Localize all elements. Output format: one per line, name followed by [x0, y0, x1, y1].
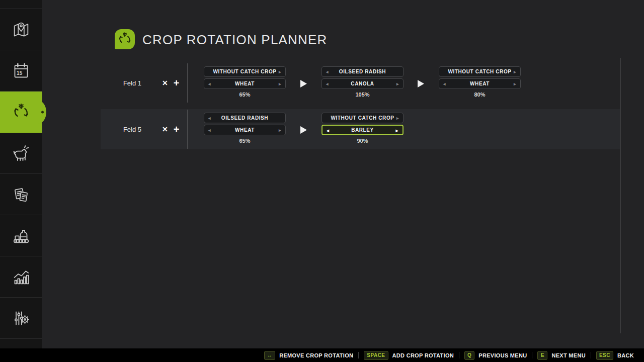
shortcut-back: ESC BACK [596, 351, 634, 360]
catch-crop-value: WITHOUT CATCH CROP [213, 69, 276, 74]
field-row-feld-1: Feld 1 ✕ + ◂ WITHOUT CATCH CROP ▸ ◂ WHEA… [101, 63, 620, 103]
rotation-stage: ◂ OILSEED RADISH ▸ ◂ WHEAT ▸ 65% [204, 109, 286, 149]
crop-value: CANOLA [351, 81, 374, 86]
shortcut-add-crop-rotation: SPACE ADD CROP ROTATION [364, 351, 454, 360]
crop-select-selected[interactable]: ◂ BARLEY ▸ [321, 125, 404, 135]
sidebar-top-spacer [0, 0, 42, 9]
row-divider [187, 110, 188, 149]
rotation-stage: ◂ OILSEED RADISH ▸ ◂ CANOLA ▸ 105% [321, 63, 404, 103]
sidebar: 15 [0, 0, 42, 348]
e-key-badge: E [537, 351, 547, 360]
prev-option-arrow[interactable]: ◂ [326, 81, 329, 86]
shortcut-divider [459, 352, 459, 358]
sidebar-item-statistics[interactable] [0, 256, 42, 298]
crop-select[interactable]: ◂ WHEAT ▸ [439, 78, 521, 89]
sidebar-item-contracts[interactable] [0, 174, 42, 215]
catch-crop-value: OILSEED RADISH [339, 69, 386, 74]
shortcut-remove-crop-rotation: ↔ REMOVE CROP ROTATION [264, 351, 354, 360]
sidebar-item-settings[interactable] [0, 298, 42, 339]
sidebar-bottom-spacer [0, 339, 42, 348]
statistics-icon [11, 267, 31, 287]
rotation-stage: ◂ WITHOUT CATCH CROP ▸ ◂ WHEAT ▸ 80% [439, 63, 521, 103]
sidebar-item-calendar[interactable]: 15 [0, 50, 42, 92]
crop-value: WHEAT [235, 81, 255, 86]
rotation-stage: ◂ WITHOUT CATCH CROP ▸ ◂ WHEAT ▸ 65% [204, 63, 286, 103]
expected-yield-label: 65% [204, 92, 286, 98]
space-key-badge: SPACE [364, 351, 388, 360]
expected-yield-label: 80% [439, 92, 521, 98]
catch-crop-select[interactable]: ◂ WITHOUT CATCH CROP ▸ [204, 66, 286, 77]
active-tab-dot [41, 111, 44, 113]
map-icon [11, 20, 31, 40]
rotation-arrow-icon [300, 126, 307, 134]
expected-yield-label: 90% [321, 138, 404, 144]
next-option-arrow[interactable]: ▸ [395, 127, 398, 133]
remove-field-button[interactable]: ✕ [162, 126, 168, 133]
shortcut-label: PREVIOUS MENU [478, 352, 527, 358]
sidebar-item-map[interactable] [0, 9, 42, 50]
prev-option-arrow[interactable]: ◂ [208, 116, 211, 121]
sidebar-item-production[interactable] [0, 215, 42, 256]
sidebar-item-animals[interactable] [0, 133, 42, 174]
calendar-day-label: 15 [17, 70, 23, 75]
catch-crop-value: OILSEED RADISH [221, 115, 268, 121]
catch-crop-select[interactable]: ◂ OILSEED RADISH ▸ [321, 66, 404, 77]
esc-key-badge: ESC [596, 351, 613, 360]
rotation-stage: ◂ WITHOUT CATCH CROP ▸ ◂ BARLEY ▸ 90% [321, 109, 404, 149]
next-option-arrow[interactable]: ▸ [396, 81, 399, 86]
next-option-arrow[interactable]: ▸ [396, 116, 399, 121]
catch-crop-value: WITHOUT CATCH CROP [448, 69, 511, 74]
crop-value: BARLEY [351, 127, 374, 133]
prev-option-arrow[interactable]: ◂ [208, 128, 211, 133]
shortcut-divider [532, 352, 532, 358]
catch-crop-value: WITHOUT CATCH CROP [331, 115, 394, 121]
field-row-feld-5: Feld 5 ✕ + ◂ OILSEED RADISH ▸ ◂ WHEAT ▸ … [101, 109, 620, 149]
field-name-label: Feld 1 [110, 63, 155, 103]
prev-option-arrow[interactable]: ◂ [326, 69, 329, 74]
shortcut-divider [358, 352, 359, 358]
shortcut-label: BACK [617, 352, 634, 358]
crop-select[interactable]: ◂ CANOLA ▸ [321, 78, 404, 89]
catch-crop-select[interactable]: ◂ WITHOUT CATCH CROP ▸ [321, 113, 404, 123]
shortcut-previous-menu: Q PREVIOUS MENU [464, 351, 527, 360]
crop-value: WHEAT [470, 81, 490, 86]
next-option-arrow[interactable]: ▸ [514, 81, 516, 86]
crop-select[interactable]: ◂ WHEAT ▸ [204, 78, 286, 89]
field-name-label: Feld 5 [110, 109, 155, 149]
next-option-arrow[interactable]: ▸ [279, 128, 281, 133]
prev-option-arrow[interactable]: ◂ [208, 81, 211, 86]
crop-value: WHEAT [235, 127, 255, 133]
contracts-icon [11, 185, 31, 205]
row-divider [187, 63, 188, 103]
shortcut-label: NEXT MENU [551, 352, 585, 358]
page-title: CROP ROTATION PLANNER [142, 32, 328, 48]
crop-rotation-planner-icon [115, 29, 135, 49]
crop-select[interactable]: ◂ WHEAT ▸ [204, 125, 286, 135]
sidebar-item-crop-rotation[interactable] [0, 92, 42, 133]
bottom-bar: ↔ REMOVE CROP ROTATION SPACE ADD CROP RO… [0, 348, 644, 362]
add-rotation-step-button[interactable]: + [174, 78, 180, 88]
rotation-arrow-icon [300, 80, 307, 87]
next-option-arrow[interactable]: ▸ [514, 69, 516, 74]
scrollbar[interactable] [620, 58, 621, 333]
shortcut-divider [591, 352, 591, 358]
add-rotation-step-button[interactable]: + [174, 124, 180, 134]
delete-key-badge: ↔ [264, 351, 276, 360]
next-option-arrow[interactable]: ▸ [279, 69, 281, 74]
remove-field-button[interactable]: ✕ [162, 79, 168, 86]
expected-yield-label: 105% [321, 92, 404, 98]
shortcut-next-menu: E NEXT MENU [537, 351, 585, 360]
q-key-badge: Q [464, 351, 474, 360]
prev-option-arrow[interactable]: ◂ [443, 81, 446, 86]
calendar-icon: 15 [11, 61, 31, 81]
prev-option-arrow[interactable]: ◂ [327, 127, 330, 133]
crop-rotation-icon [11, 102, 32, 123]
settings-icon [11, 308, 31, 328]
catch-crop-select[interactable]: ◂ OILSEED RADISH ▸ [204, 113, 286, 123]
shortcut-label: ADD CROP ROTATION [392, 352, 454, 358]
expected-yield-label: 65% [204, 138, 286, 144]
catch-crop-select[interactable]: ◂ WITHOUT CATCH CROP ▸ [439, 66, 521, 77]
production-icon [11, 226, 31, 246]
next-option-arrow[interactable]: ▸ [279, 81, 281, 86]
rotation-arrow-icon [418, 80, 424, 87]
